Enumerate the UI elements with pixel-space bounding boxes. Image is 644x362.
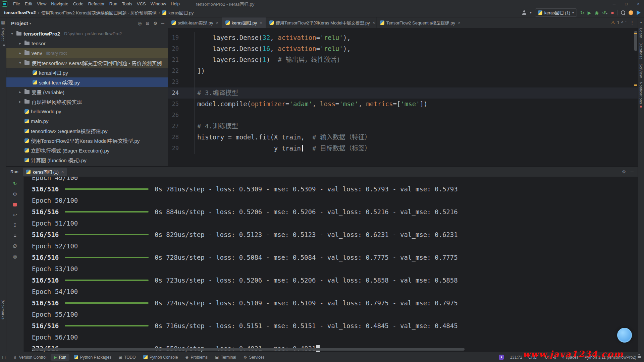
status-item[interactable]: 131:72	[510, 355, 522, 360]
chevron-down-icon[interactable]: ▾	[30, 21, 31, 25]
tool-window-button-problems[interactable]: ⊖Problems	[182, 354, 211, 361]
menu-item-run[interactable]: Run	[107, 1, 120, 7]
collapse-all-icon[interactable]: ⊟	[146, 21, 149, 26]
tree-item[interactable]: 立即执行模式 (Eager Execution).py	[6, 145, 168, 155]
tool-window-button-python-console[interactable]: Python Console	[140, 354, 181, 361]
share-run-icon[interactable]	[637, 10, 641, 15]
tree-item[interactable]: main.py	[6, 116, 168, 126]
minimize-icon[interactable]: ─	[608, 0, 620, 8]
hide-panel-icon[interactable]: ─	[161, 21, 164, 26]
stop-button[interactable]: ■	[611, 10, 614, 15]
tool-stripe-learn[interactable]: Learn	[639, 26, 643, 41]
menu-item-tools[interactable]: Tools	[120, 1, 135, 7]
maximize-icon[interactable]: □	[621, 0, 632, 8]
chevron-right-icon[interactable]: ▸	[18, 90, 22, 94]
editor-tab[interactable]: keras回归.py×	[222, 17, 266, 28]
ide-notification-icon[interactable]	[629, 10, 633, 15]
chevron-right-icon[interactable]: ▸	[18, 100, 22, 104]
breadcrumb-item[interactable]: tensorflowPro2	[4, 10, 36, 15]
chevron-right-icon[interactable]: ▸	[18, 51, 22, 55]
debug-button[interactable]: ◉	[595, 10, 599, 15]
tree-item[interactable]: 使用TensorFlow2里的Keras Model中层文模型.py	[6, 136, 168, 145]
line-number[interactable]: 23	[168, 76, 195, 87]
close-tab-icon[interactable]: ×	[260, 20, 262, 25]
rerun-icon[interactable]: ↻	[11, 180, 19, 187]
breadcrumb-item[interactable]: 使用TensorFlow2 Keras解决连续值回归问题 - 房价预测实例	[41, 9, 157, 16]
tree-item[interactable]: ▸tensor	[6, 39, 168, 48]
run-tab[interactable]: keras回归 (1) ×	[23, 168, 67, 176]
menu-item-navigate[interactable]: Navigate	[49, 1, 70, 7]
close-run-tab-icon[interactable]: ×	[61, 169, 64, 174]
line-number[interactable]: 25	[168, 99, 195, 110]
tool-window-button-terminal[interactable]: ▣Terminal	[212, 354, 239, 361]
line-number[interactable]: 27	[168, 121, 195, 132]
code-area[interactable]: 19 layers.Dense(32, activation='relu'),2…	[168, 28, 638, 166]
tool-stripe-bookmarks[interactable]: Bookmarks	[1, 298, 5, 322]
next-problem-icon[interactable]: ˇ	[625, 20, 627, 25]
run-button[interactable]: ▶	[588, 10, 591, 15]
pin-icon[interactable]: ◎	[11, 253, 19, 260]
line-number[interactable]: 21	[168, 54, 195, 65]
inspection-widget[interactable]: ⚠ 1 ^ ˇ	[611, 20, 627, 25]
tool-stripe-database[interactable]: Database	[639, 41, 643, 62]
tool-stripe-project[interactable]: Project	[1, 26, 5, 43]
menu-item-file[interactable]: File	[11, 1, 22, 7]
menu-item-refactor[interactable]: Refactor	[86, 1, 107, 7]
editor-options-icon[interactable]: ⋮	[630, 20, 634, 25]
editor-tab[interactable]: TensorFlow2 Sequentia模型搭建.py×	[377, 17, 464, 28]
tool-stripe-notifications[interactable]: Notifications	[639, 80, 643, 109]
tree-item[interactable]: ▾tensorflowPro2D:\python_pro\tensorflowP…	[6, 29, 168, 39]
tool-window-corner-icon[interactable]: ▢	[2, 355, 6, 360]
close-tab-icon[interactable]: ×	[458, 20, 461, 25]
editor-tab[interactable]: scikit-learn实现.py×	[168, 17, 222, 28]
menu-item-window[interactable]: Window	[148, 1, 168, 7]
tree-item[interactable]: keras回归.py	[6, 68, 168, 77]
line-number[interactable]: 20	[168, 43, 195, 54]
chevron-right-icon[interactable]: ▸	[18, 41, 22, 46]
clear-all-icon[interactable]: ∅	[11, 242, 19, 250]
search-everywhere-icon[interactable]	[621, 10, 625, 15]
user-profile-icon[interactable]	[522, 10, 527, 15]
tool-window-button-run[interactable]: ▶Run	[51, 354, 69, 361]
tool-window-button-version-control[interactable]: ⋔Version Control	[10, 354, 49, 361]
panel-options-icon[interactable]: ⚙	[153, 21, 157, 26]
editor-tab[interactable]: 使用TensorFlow2里的Keras Model中层文模型.py×	[266, 17, 377, 28]
prev-problem-icon[interactable]: ^	[621, 20, 623, 25]
breadcrumb-item[interactable]: keras回归.py	[168, 9, 194, 16]
tree-item[interactable]: scikit-learn实现.py	[6, 77, 168, 87]
print-icon[interactable]: ≡	[11, 232, 19, 239]
run-console[interactable]: Epoch 49/100516/5160s 781us/step - loss:…	[24, 177, 638, 352]
event-log-icon[interactable]: ✦	[499, 355, 504, 360]
tool-window-button-python-packages[interactable]: Python Packages	[71, 354, 114, 361]
pycharm-logo-icon[interactable]	[2, 1, 7, 7]
tool-stripe-sciview[interactable]: SciView	[639, 62, 643, 80]
project-structure-icon[interactable]: ▦	[1, 20, 5, 25]
warning-stripe-mark[interactable]	[634, 84, 637, 86]
console-horizontal-scrollbar[interactable]	[32, 348, 465, 351]
tree-item[interactable]: ▾使用tensorflow2 Keras解决连续值回归问题 - 房价预测实例	[6, 58, 168, 68]
tree-item[interactable]: ▸变量 (Variable)	[6, 87, 168, 97]
line-number[interactable]: 28	[168, 132, 195, 143]
close-tab-icon[interactable]: ×	[216, 20, 218, 25]
hide-run-panel-icon[interactable]: ─	[631, 169, 634, 174]
close-icon[interactable]: ×	[633, 0, 644, 8]
close-tab-icon[interactable]: ×	[373, 20, 375, 25]
line-number[interactable]: 29	[168, 143, 195, 154]
floating-button[interactable]	[617, 328, 632, 343]
chevron-down-icon[interactable]: ▾	[18, 61, 22, 65]
tree-item[interactable]: ▸再现神经网络初阶实现	[6, 97, 168, 107]
scroll-to-end-icon[interactable]: ↧	[11, 222, 19, 229]
read-lock-icon[interactable]	[638, 356, 641, 358]
menu-item-edit[interactable]: Edit	[22, 1, 35, 7]
run-settings-icon[interactable]: ⚙	[622, 169, 626, 174]
menu-item-code[interactable]: Code	[71, 1, 86, 7]
stop-icon[interactable]	[11, 201, 19, 208]
soft-wrap-icon[interactable]: ↩	[11, 211, 19, 219]
line-number[interactable]: 24	[168, 87, 195, 99]
menu-item-help[interactable]: Help	[168, 1, 182, 7]
project-panel-title[interactable]: Project	[11, 20, 28, 26]
menu-item-view[interactable]: View	[35, 1, 49, 7]
chevron-down-icon[interactable]: ▾	[10, 32, 14, 36]
tree-item[interactable]: tensorflow2 Sequentia模型搭建.py	[6, 126, 168, 136]
menu-item-vcs[interactable]: VCS	[135, 1, 148, 7]
